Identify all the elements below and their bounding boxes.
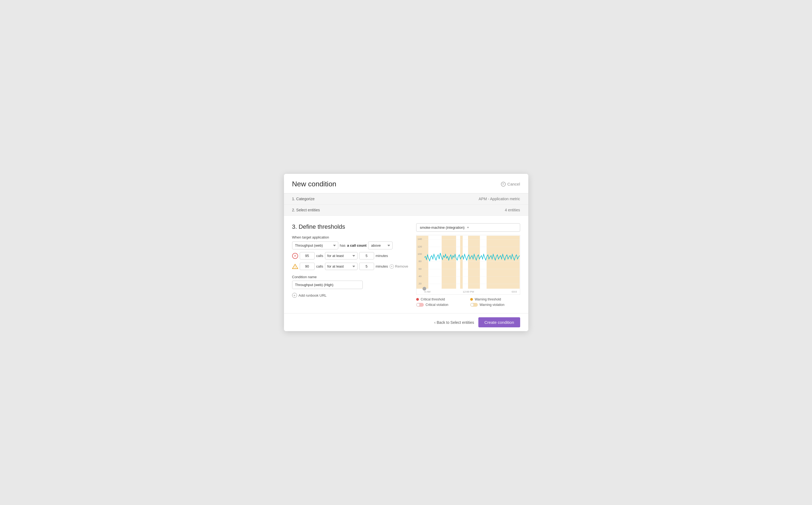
critical-threshold-label: Critical threshold bbox=[421, 298, 445, 301]
critical-violation-label: Critical violation bbox=[426, 303, 448, 307]
step-1-label: 1. Categorize bbox=[292, 197, 315, 201]
warning-duration-select[interactable]: for at least for exactly bbox=[325, 263, 357, 270]
critical-violation-toggle[interactable] bbox=[416, 303, 424, 307]
add-runbook-button[interactable]: + Add runbook URL bbox=[292, 293, 327, 298]
warning-threshold-dot bbox=[470, 298, 473, 301]
svg-rect-4 bbox=[442, 236, 456, 289]
has-text: has bbox=[340, 243, 346, 247]
condition-name-input[interactable] bbox=[292, 281, 363, 289]
warning-violation-label: Warning violation bbox=[480, 303, 504, 307]
warning-minutes-input[interactable] bbox=[359, 263, 374, 270]
step-2-label: 2. Select entities bbox=[292, 208, 320, 212]
call-count-text: a call count bbox=[347, 243, 366, 247]
critical-minutes-text: minutes bbox=[376, 254, 388, 258]
warning-threshold-row: ! calls for at least for exactly minutes… bbox=[292, 263, 408, 270]
new-condition-modal: New condition ✕ Cancel 1. Categorize APM… bbox=[284, 174, 528, 331]
above-select[interactable]: above below bbox=[368, 241, 392, 249]
warning-minutes-text: minutes bbox=[376, 264, 388, 269]
svg-point-29 bbox=[423, 287, 427, 291]
svg-text:20: 20 bbox=[419, 282, 422, 285]
chart-svg: 140 120 100 80 60 40 20 bbox=[417, 235, 520, 295]
chart-container: 140 120 100 80 60 40 20 bbox=[416, 235, 520, 295]
remove-button[interactable]: ✕ Remove bbox=[389, 264, 408, 269]
svg-text:80: 80 bbox=[419, 260, 422, 263]
left-column: 3. Define thresholds When target applica… bbox=[292, 223, 408, 307]
create-condition-button[interactable]: Create condition bbox=[478, 317, 520, 327]
step-1-value: APM - Application metric bbox=[479, 197, 520, 201]
modal-footer: ‹ Back to Select entities Create conditi… bbox=[284, 313, 528, 331]
svg-rect-11 bbox=[480, 236, 487, 289]
svg-rect-3 bbox=[417, 236, 429, 289]
back-arrow-icon: ‹ bbox=[435, 320, 436, 325]
svg-rect-7 bbox=[487, 236, 520, 289]
legend-critical-violation: Critical violation bbox=[416, 303, 466, 307]
step-bar: 1. Categorize APM - Application metric 2… bbox=[284, 193, 528, 216]
svg-text:0 AM: 0 AM bbox=[425, 290, 431, 293]
warning-icon: ! bbox=[292, 264, 298, 270]
svg-text:03:0: 03:0 bbox=[512, 290, 517, 293]
svg-text:60: 60 bbox=[419, 267, 422, 270]
svg-text:100: 100 bbox=[418, 252, 422, 256]
cancel-label: Cancel bbox=[507, 182, 520, 186]
svg-text:40: 40 bbox=[419, 275, 422, 278]
modal-body: 3. Define thresholds When target applica… bbox=[284, 216, 528, 313]
body-columns: 3. Define thresholds When target applica… bbox=[292, 223, 520, 307]
critical-icon: ✕ bbox=[292, 253, 298, 259]
modal-title: New condition bbox=[292, 180, 336, 188]
add-runbook-label: Add runbook URL bbox=[299, 293, 327, 298]
step-2: 2. Select entities 4 entities bbox=[284, 204, 528, 216]
section-title: 3. Define thresholds bbox=[292, 223, 408, 230]
critical-value-input[interactable] bbox=[300, 252, 315, 260]
plus-icon: + bbox=[292, 293, 297, 298]
remove-label: Remove bbox=[395, 264, 408, 269]
entity-dropdown[interactable]: smoke-machine (integration) ▾ bbox=[416, 223, 520, 232]
warning-value-input[interactable] bbox=[300, 263, 315, 270]
critical-threshold-dot bbox=[416, 298, 419, 301]
back-button[interactable]: ‹ Back to Select entities bbox=[435, 320, 474, 325]
svg-rect-6 bbox=[468, 236, 480, 289]
warning-violation-toggle[interactable] bbox=[470, 303, 478, 307]
svg-text:!: ! bbox=[295, 266, 295, 269]
step-1: 1. Categorize APM - Application metric bbox=[284, 193, 528, 204]
chevron-down-icon: ▾ bbox=[467, 226, 469, 229]
condition-name-section: Condition name bbox=[292, 275, 408, 289]
warning-violation-knob bbox=[471, 303, 474, 306]
critical-duration-select[interactable]: for at least for exactly bbox=[325, 252, 357, 260]
chart-legend: Critical threshold Warning threshold Cri… bbox=[416, 298, 520, 307]
legend-warning-violation: Warning violation bbox=[470, 303, 520, 307]
critical-minutes-input[interactable] bbox=[359, 252, 374, 260]
legend-warning-threshold: Warning threshold bbox=[470, 298, 520, 301]
critical-violation-knob bbox=[417, 303, 420, 306]
when-label: When target application bbox=[292, 235, 408, 239]
warning-calls-text: calls bbox=[316, 264, 323, 269]
critical-threshold-row: ✕ calls for at least for exactly minutes bbox=[292, 252, 408, 260]
svg-text:12:00 PM: 12:00 PM bbox=[463, 290, 474, 293]
entity-name: smoke-machine (integration) bbox=[420, 225, 465, 229]
svg-text:140: 140 bbox=[418, 237, 422, 240]
back-label: Back to Select entities bbox=[437, 320, 474, 325]
right-column: smoke-machine (integration) ▾ bbox=[416, 223, 520, 307]
remove-icon: ✕ bbox=[389, 264, 394, 269]
metric-row: Throughput (web) Error rate Response tim… bbox=[292, 241, 408, 249]
condition-name-label: Condition name bbox=[292, 275, 408, 279]
step-2-value: 4 entities bbox=[505, 208, 520, 212]
critical-calls-text: calls bbox=[316, 254, 323, 258]
svg-rect-5 bbox=[460, 236, 463, 289]
svg-rect-8 bbox=[429, 236, 442, 289]
warning-threshold-label: Warning threshold bbox=[475, 298, 501, 301]
svg-rect-9 bbox=[456, 236, 461, 289]
create-label: Create condition bbox=[484, 320, 514, 325]
metric-select[interactable]: Throughput (web) Error rate Response tim… bbox=[292, 241, 338, 249]
cancel-icon: ✕ bbox=[501, 182, 506, 187]
legend-critical-threshold: Critical threshold bbox=[416, 298, 466, 301]
modal-header: New condition ✕ Cancel bbox=[284, 174, 528, 193]
svg-rect-10 bbox=[463, 236, 468, 289]
cancel-button[interactable]: ✕ Cancel bbox=[501, 182, 520, 187]
svg-text:120: 120 bbox=[418, 245, 422, 248]
